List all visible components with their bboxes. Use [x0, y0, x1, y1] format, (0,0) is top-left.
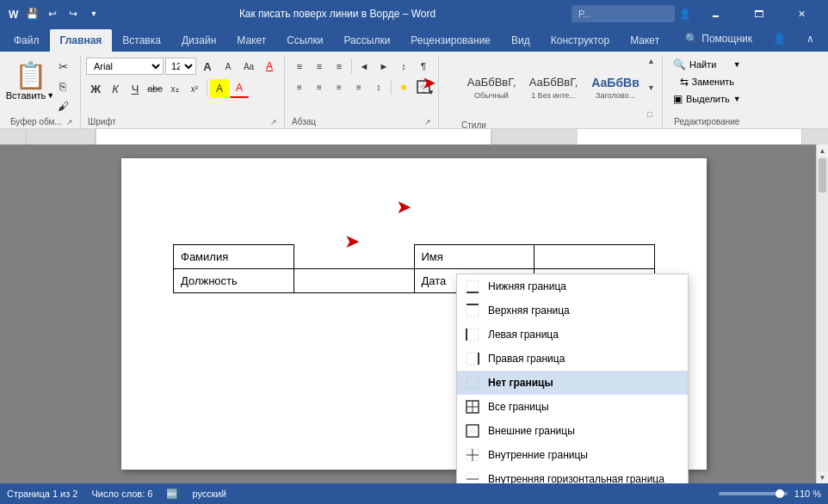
highlight-button[interactable]: A	[210, 79, 229, 98]
sort-button[interactable]: ↕	[394, 57, 413, 76]
font-color-button[interactable]: A	[230, 79, 249, 98]
document-scroll[interactable]: Фамилия Имя Должность Дата	[0, 144, 828, 483]
styles-expand[interactable]: □	[647, 110, 655, 119]
style-heading1[interactable]: АаБбВв Заголово...	[585, 57, 646, 119]
font-content: Arial 12 A A Aa A Ж К Ч аbс х₂ х² A A	[86, 57, 279, 117]
table-cell-firstname-label[interactable]: Имя	[414, 245, 534, 269]
find-button[interactable]: 🔍 Найти ▼	[668, 57, 746, 72]
table-cell-firstname-value[interactable]	[534, 245, 655, 269]
copy-button[interactable]: ⎘	[53, 77, 72, 95]
scroll-down-btn[interactable]: ▼	[817, 471, 828, 483]
ribbon-tabs: Файл Главная Вставка Дизайн Макет Ссылки…	[0, 28, 828, 52]
menu-item-outside-borders-text: Внешние границы	[488, 425, 681, 437]
find-arrow[interactable]: ▼	[733, 60, 741, 69]
spell-check-icon[interactable]: 🔤	[166, 489, 178, 500]
redo-quick-btn[interactable]: ↪	[64, 4, 83, 23]
style-no-spacing[interactable]: АаБбВвГ, 1 Без инте...	[523, 57, 584, 119]
tab-view[interactable]: Вид	[501, 29, 541, 52]
font-shrink-button[interactable]: A	[219, 57, 238, 76]
increase-indent-button[interactable]: ►	[374, 57, 393, 76]
menu-item-outside-borders[interactable]: Внешние границы	[457, 419, 688, 443]
para-align-row: ≡ ≡ ≡ ≡ ↕ ■ ▼	[290, 77, 433, 96]
table-cell-position-label[interactable]: Должность	[174, 269, 294, 293]
tab-home[interactable]: Главная	[50, 29, 113, 52]
bullets-button[interactable]: ≡	[290, 57, 309, 76]
tab-layout2[interactable]: Макет	[620, 29, 670, 52]
styles-scroll-up[interactable]: ▲	[647, 57, 655, 65]
numbered-button[interactable]: ≡	[310, 57, 329, 76]
align-left-button[interactable]: ≡	[290, 77, 309, 96]
format-painter-button[interactable]: 🖌	[53, 96, 72, 115]
font-size-select[interactable]: 12	[165, 58, 196, 75]
multilevel-button[interactable]: ≡	[330, 57, 349, 76]
table-cell-lastname-label[interactable]: Фамилия	[174, 245, 294, 269]
shading-button[interactable]: ■	[394, 77, 413, 96]
user-account-btn[interactable]: 👤	[763, 28, 796, 50]
save-quick-btn[interactable]: 💾	[22, 4, 41, 23]
italic-button[interactable]: К	[106, 79, 125, 98]
bold-button[interactable]: Ж	[86, 79, 105, 98]
menu-item-bottom-border[interactable]: Нижняя граница	[457, 274, 688, 298]
justify-button[interactable]: ≡	[349, 77, 368, 96]
vertical-scrollbar[interactable]: ▲ ▼	[816, 144, 828, 483]
tab-mailings[interactable]: Рассылки	[334, 29, 401, 52]
scroll-up-btn[interactable]: ▲	[817, 144, 828, 157]
table-cell-position-value[interactable]	[294, 269, 414, 293]
replace-button[interactable]: ⇆ Заменить	[668, 74, 746, 89]
font-grow-button[interactable]: A	[198, 57, 217, 76]
zoom-slider[interactable]	[719, 492, 788, 495]
tab-file[interactable]: Файл	[3, 29, 50, 52]
font-expand-icon[interactable]: ↗	[270, 118, 277, 126]
customize-quick-btn[interactable]: ▼	[84, 4, 103, 23]
tab-references[interactable]: Ссылки	[276, 29, 333, 52]
title-search-input[interactable]	[572, 5, 675, 22]
menu-item-left-border[interactable]: Левая граница	[457, 323, 688, 347]
tab-review[interactable]: Рецензирование	[400, 29, 501, 52]
menu-item-right-border[interactable]: Правая граница	[457, 347, 688, 371]
select-button[interactable]: ▣ Выделить ▼	[668, 91, 746, 107]
font-case-button[interactable]: Aa	[239, 57, 258, 76]
paste-button[interactable]: 📋 Вставить ▼	[9, 57, 52, 104]
document-area: Фамилия Имя Должность Дата ▲ ▼ ➤ ➤	[0, 144, 828, 483]
style-normal[interactable]: АаБбВвГ, Обычный	[461, 57, 522, 119]
tab-design[interactable]: Дизайн	[171, 29, 226, 52]
styles-scroll-down[interactable]: ▼	[647, 83, 655, 92]
decrease-indent-button[interactable]: ◄	[355, 57, 374, 76]
tab-layout[interactable]: Макет	[226, 29, 276, 52]
select-arrow[interactable]: ▼	[733, 95, 741, 103]
scroll-thumb[interactable]	[819, 158, 826, 193]
font-clear-button[interactable]: A	[260, 57, 279, 76]
menu-item-all-borders[interactable]: Все границы	[457, 395, 688, 419]
tab-insert[interactable]: Вставка	[112, 29, 171, 52]
menu-item-inside-borders[interactable]: Внутренние границы	[457, 443, 688, 467]
ruler-right-side	[802, 129, 828, 144]
line-spacing-button[interactable]: ↕	[369, 77, 388, 96]
language-indicator[interactable]: русский	[192, 489, 226, 499]
minimize-button[interactable]: 🗕	[695, 0, 735, 28]
align-center-button[interactable]: ≡	[310, 77, 329, 96]
cut-button[interactable]: ✂	[53, 57, 72, 76]
menu-item-no-border[interactable]: Нет границы	[457, 371, 688, 395]
font-name-select[interactable]: Arial	[86, 58, 164, 75]
close-button[interactable]: ✕	[782, 0, 821, 28]
subscript-button[interactable]: х₂	[165, 79, 184, 98]
tab-helper[interactable]: 🔍 Помощник	[675, 28, 763, 50]
zoom-thumb[interactable]	[775, 489, 784, 498]
menu-item-top-border[interactable]: Верхняя граница	[457, 298, 688, 323]
ribbon-collapse-btn[interactable]: ∧	[796, 28, 825, 50]
menu-item-inside-h-border[interactable]: Внутренняя горизонтальная граница	[457, 467, 688, 483]
select-label: Выделить	[686, 94, 730, 104]
superscript-button[interactable]: х²	[185, 79, 204, 98]
maximize-button[interactable]: 🗖	[738, 0, 778, 28]
underline-button[interactable]: Ч	[126, 79, 145, 98]
paragraph-expand-icon[interactable]: ↗	[424, 118, 431, 126]
clipboard-expand-icon[interactable]: ↗	[66, 118, 73, 126]
undo-quick-btn[interactable]: ↩	[43, 4, 62, 23]
strikethrough-button[interactable]: аbс	[145, 79, 164, 98]
scroll-track[interactable]	[817, 157, 828, 471]
align-right-button[interactable]: ≡	[330, 77, 349, 96]
top-border-icon	[464, 302, 481, 319]
styles-group: АаБбВвГ, Обычный АаБбВвГ, 1 Без инте... …	[456, 55, 663, 128]
tab-constructor[interactable]: Конструктор	[541, 29, 620, 52]
user-icon[interactable]: 👤	[678, 7, 692, 21]
